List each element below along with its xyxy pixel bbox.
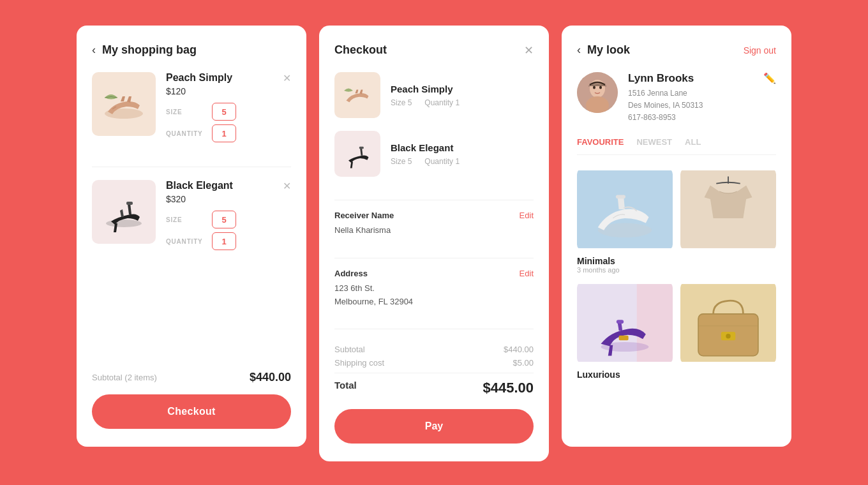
cart-item-black-details: Black Elegant $320 SIZE 5 QUANTITY 1 — [166, 180, 291, 254]
panels-container: ‹ My shopping bag Peach — [26, 0, 842, 485]
quantity-row-black: QUANTITY 1 — [166, 232, 291, 250]
size-row-peach: SIZE 5 — [166, 103, 291, 121]
look-item-beige-top[interactable] — [680, 168, 776, 274]
profile-address: 1516 Jenna Lane Des Moines, IA 50313 617… — [628, 87, 753, 124]
profile-address-line2: Des Moines, IA 50313 — [628, 100, 753, 112]
cart-item-black-name: Black Elegant — [166, 180, 291, 191]
cart-subtotal: Subtotal (2 items) $440.00 — [92, 361, 291, 384]
shopping-bag-panel: ‹ My shopping bag Peach — [77, 26, 306, 447]
checkout-divider-1 — [334, 200, 534, 200]
size-row-black: SIZE 5 — [166, 211, 291, 228]
svg-rect-18 — [619, 335, 629, 340]
checkout-divider-3 — [334, 329, 534, 329]
receiver-label: Receiver Name — [334, 211, 394, 220]
look-bag-img — [680, 281, 776, 364]
my-look-title: My look — [587, 43, 630, 57]
checkout-item-black: Black Elegant Size 5 Quantity 1 — [334, 131, 534, 177]
my-look-header: ‹ My look Sign out — [577, 43, 776, 57]
checkout-peach-meta: Size 5 Quantity 1 — [391, 98, 460, 107]
user-avatar — [577, 72, 618, 113]
receiver-header: Receiver Name Edit — [334, 211, 534, 220]
look-minimals-img — [577, 168, 673, 251]
look-item-luxurious[interactable]: Luxurious — [577, 281, 673, 380]
cart-item-peach-details: Peach Simply $120 SIZE 5 QUANTITY 1 — [166, 72, 291, 146]
svg-point-23 — [726, 333, 731, 338]
checkout-peach-img — [334, 72, 380, 118]
black-shoe-image — [92, 180, 156, 244]
checkout-black-qty: Quantity 1 — [424, 157, 460, 166]
pay-button[interactable]: Pay — [334, 409, 534, 444]
svg-rect-17 — [617, 320, 624, 324]
look-minimals-name: Minimals — [577, 256, 673, 266]
checkout-panel: Checkout ✕ Peach Simply Size 5 Quantity … — [319, 26, 549, 461]
cart-item-peach-name: Peach Simply — [166, 72, 291, 84]
checkout-item-black-info: Black Elegant Size 5 Quantity 1 — [391, 142, 460, 166]
cart-divider-1 — [92, 167, 291, 167]
quantity-value-black[interactable]: 1 — [212, 232, 236, 250]
quantity-label-black: QUANTITY — [166, 238, 204, 245]
look-item-bag[interactable] — [680, 281, 776, 380]
total-label: Total — [334, 380, 357, 396]
size-label-black: SIZE — [166, 216, 204, 223]
look-grid: Minimals 3 months ago — [577, 168, 776, 380]
size-value-black[interactable]: 5 — [212, 211, 236, 228]
checkout-close-icon[interactable]: ✕ — [524, 45, 534, 56]
tab-all[interactable]: ALL — [685, 137, 701, 147]
shipping-value: $5.00 — [513, 358, 534, 368]
size-value-peach[interactable]: 5 — [212, 103, 236, 121]
receiver-edit-button[interactable]: Edit — [520, 211, 534, 220]
quantity-value-peach[interactable]: 1 — [212, 124, 236, 142]
cart-item-peach-price: $120 — [166, 86, 291, 96]
shopping-bag-title: My shopping bag — [102, 43, 197, 57]
profile-info: Lynn Brooks 1516 Jenna Lane Des Moines, … — [628, 72, 753, 124]
address-header: Address Edit — [334, 269, 534, 278]
checkout-black-img — [334, 131, 380, 177]
cart-item-black: Black Elegant $320 SIZE 5 QUANTITY 1 ✕ — [92, 180, 291, 254]
checkout-peach-qty: Quantity 1 — [424, 98, 460, 107]
checkout-button[interactable]: Checkout — [92, 394, 291, 429]
remove-black-icon[interactable]: ✕ — [283, 180, 291, 192]
address-section: Address Edit 123 6th St. Melbourne, FL 3… — [334, 269, 534, 309]
subtotal-value-co: $440.00 — [504, 345, 534, 354]
look-luxurious-name: Luxurious — [577, 369, 673, 380]
tab-favourite[interactable]: FAVOURITE — [577, 137, 624, 147]
address-label: Address — [334, 269, 368, 278]
quantity-label-peach: QUANTITY — [166, 130, 204, 137]
checkout-black-meta: Size 5 Quantity 1 — [391, 157, 460, 166]
header-left: ‹ My shopping bag — [92, 43, 197, 57]
svg-point-1 — [106, 220, 142, 227]
profile-phone: 617-863-8953 — [628, 112, 753, 124]
back-icon[interactable]: ‹ — [92, 43, 96, 57]
edit-profile-icon[interactable]: ✏️ — [763, 72, 776, 84]
look-header-left: ‹ My look — [577, 43, 630, 57]
look-minimals-time: 3 months ago — [577, 266, 673, 274]
receiver-section: Receiver Name Edit Nella Kharisma — [334, 211, 534, 237]
sign-out-button[interactable]: Sign out — [744, 45, 776, 56]
spacer — [92, 269, 291, 361]
profile-section: Lynn Brooks 1516 Jenna Lane Des Moines, … — [577, 72, 776, 124]
address-edit-button[interactable]: Edit — [520, 269, 534, 278]
svg-rect-11 — [616, 195, 625, 198]
svg-point-8 — [599, 86, 602, 89]
address-value: 123 6th St. Melbourne, FL 32904 — [334, 282, 534, 309]
svg-point-7 — [593, 86, 595, 89]
checkout-peach-name: Peach Simply — [391, 84, 460, 94]
checkout-item-peach: Peach Simply Size 5 Quantity 1 — [334, 72, 534, 118]
remove-peach-icon[interactable]: ✕ — [283, 72, 291, 84]
checkout-header: Checkout ✕ — [334, 43, 534, 57]
subtotal-label-co: Subtotal — [334, 345, 365, 354]
quantity-row-peach: QUANTITY 1 — [166, 124, 291, 142]
look-tabs: FAVOURITE NEWEST ALL — [577, 137, 776, 155]
profile-address-line1: 1516 Jenna Lane — [628, 87, 753, 100]
address-line1: 123 6th St. — [334, 282, 534, 295]
svg-rect-2 — [126, 202, 133, 205]
size-label-peach: SIZE — [166, 108, 204, 116]
pricing-section: Subtotal $440.00 Shipping cost $5.00 Tot… — [334, 345, 534, 396]
look-back-icon[interactable]: ‹ — [577, 43, 581, 57]
subtotal-row: Subtotal $440.00 — [334, 345, 534, 354]
checkout-divider-2 — [334, 258, 534, 258]
tab-newest[interactable]: NEWEST — [636, 137, 672, 147]
subtotal-label: Subtotal (2 items) — [92, 373, 157, 382]
look-item-minimals[interactable]: Minimals 3 months ago — [577, 168, 673, 274]
checkout-peach-size: Size 5 — [391, 98, 412, 107]
